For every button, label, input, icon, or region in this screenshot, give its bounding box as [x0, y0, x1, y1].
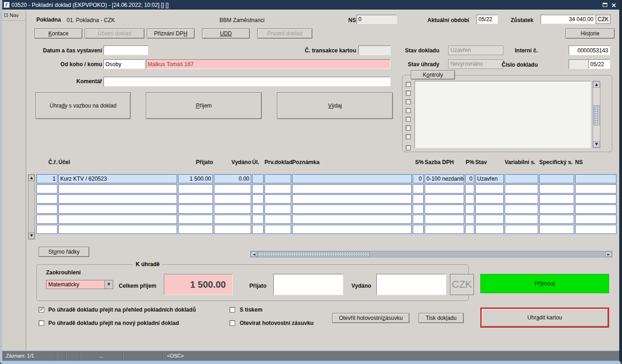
table-cell[interactable] [214, 194, 251, 204]
table-cell[interactable]: 1 500.00 [178, 174, 213, 183]
table-cell[interactable] [465, 215, 474, 224]
table-row[interactable]: 1Kurz KTV / 6205231 500.000.0000-100 nez… [36, 174, 616, 183]
table-cell[interactable] [214, 184, 251, 193]
table-cell[interactable]: 0-100 nezdanite [425, 174, 464, 183]
table-cell[interactable] [214, 215, 251, 224]
doc-number-period-input[interactable] [588, 59, 610, 69]
table-cell[interactable]: Kurz KTV / 620523 [58, 174, 177, 183]
uhrady-vazba-button[interactable]: Úhrady s vazbou na doklad [35, 92, 131, 119]
table-cell[interactable] [475, 215, 504, 224]
table-cell[interactable] [252, 225, 264, 234]
paid-input[interactable] [376, 274, 446, 295]
kontroly-checkbox[interactable] [406, 134, 411, 139]
table-cell[interactable] [214, 225, 251, 234]
table-cell[interactable] [265, 225, 291, 234]
sidebar-item-nav[interactable]: Nav [2, 10, 26, 21]
restore-window-icon[interactable] [603, 3, 607, 7]
doc-number-input[interactable] [569, 59, 589, 69]
period-input[interactable] [477, 15, 498, 24]
table-cell[interactable] [292, 174, 412, 183]
table-cell[interactable] [575, 225, 616, 234]
scroll-left-icon[interactable]: ◄ [251, 251, 257, 257]
table-cell[interactable] [58, 225, 177, 234]
table-cell[interactable] [252, 184, 264, 193]
kontroly-button[interactable]: Kontroly [411, 70, 455, 80]
option-checkbox-zasuvka[interactable] [230, 320, 235, 326]
table-cell[interactable] [36, 205, 58, 214]
table-cell[interactable] [465, 225, 474, 234]
kontroly-checkbox[interactable] [406, 108, 411, 113]
table-cell[interactable] [505, 184, 538, 193]
table-cell[interactable] [539, 225, 574, 234]
table-cell[interactable] [575, 174, 616, 183]
table-cell[interactable] [575, 215, 616, 224]
kontroly-checkbox[interactable] [406, 91, 411, 96]
table-cell[interactable] [505, 225, 538, 234]
table-cell[interactable] [252, 194, 264, 204]
table-cell[interactable] [265, 215, 291, 224]
table-cell[interactable]: 0.00 [214, 174, 251, 183]
table-cell[interactable]: Uzavřen [475, 174, 504, 183]
table-cell[interactable] [252, 174, 264, 183]
table-cell[interactable] [505, 205, 538, 214]
kontace-button[interactable]: Kontace [35, 28, 82, 39]
payer-type-input[interactable] [104, 59, 145, 69]
table-cell[interactable] [505, 194, 538, 204]
close-window-icon[interactable]: × [611, 2, 616, 8]
table-cell[interactable] [575, 194, 616, 204]
option-checkbox-novy[interactable] [39, 320, 44, 326]
table-cell[interactable]: 0 [465, 174, 474, 183]
table-row[interactable] [36, 184, 616, 193]
table-cell[interactable] [265, 194, 291, 204]
table-cell[interactable]: 1 [36, 174, 58, 183]
table-cell[interactable] [292, 225, 412, 234]
payer-name-input[interactable] [146, 59, 391, 69]
table-cell[interactable] [425, 194, 464, 204]
table-cell[interactable] [265, 184, 291, 193]
received-input[interactable] [273, 274, 343, 295]
table-cell[interactable] [178, 194, 213, 204]
table-cell[interactable] [539, 215, 574, 224]
table-cell[interactable] [265, 174, 291, 183]
table-cell[interactable] [465, 184, 474, 193]
table-scrollbar[interactable]: ▲ ▼ [28, 174, 35, 239]
table-cell[interactable] [178, 215, 213, 224]
table-cell[interactable] [252, 215, 264, 224]
table-cell[interactable] [252, 205, 264, 214]
table-cell[interactable] [36, 215, 58, 224]
table-cell[interactable] [178, 184, 213, 193]
option-checkbox-s-tiskem[interactable] [230, 307, 235, 313]
scroll-up-icon[interactable]: ▲ [593, 81, 600, 88]
prijem-button[interactable]: Příjem [146, 92, 262, 119]
kontroly-list[interactable] [415, 81, 591, 148]
table-cell[interactable] [539, 194, 574, 204]
kontroly-scrollbar[interactable]: ▲ ▼ [593, 81, 600, 148]
table-cell[interactable] [575, 205, 616, 214]
table-cell[interactable] [539, 174, 574, 183]
kontroly-checkbox[interactable] [406, 145, 411, 150]
table-row[interactable] [36, 225, 616, 234]
scroll-up-icon[interactable]: ▲ [29, 175, 35, 181]
table-cell[interactable] [292, 215, 412, 224]
priznani-dph-button[interactable]: Přiznání DPH [147, 28, 195, 39]
table-cell[interactable] [36, 184, 58, 193]
table-cell[interactable] [465, 205, 474, 214]
table-cell[interactable] [425, 205, 464, 214]
ns-input[interactable] [357, 15, 397, 24]
table-cell[interactable] [465, 194, 474, 204]
table-cell[interactable] [58, 215, 177, 224]
table-cell[interactable] [265, 205, 291, 214]
rounding-select[interactable]: Matematicky ▼ [46, 280, 113, 289]
table-cell[interactable] [178, 205, 213, 214]
table-cell[interactable] [413, 205, 424, 214]
table-cell[interactable] [58, 194, 177, 204]
scroll-right-icon[interactable]: ► [605, 251, 612, 257]
scrollbar-thumb[interactable] [593, 105, 599, 125]
historie-button[interactable]: Historie [565, 28, 615, 39]
table-cell[interactable] [58, 184, 177, 193]
table-cell[interactable] [36, 225, 58, 234]
table-cell[interactable] [413, 184, 424, 193]
scroll-down-icon[interactable]: ▼ [593, 141, 600, 148]
table-cell[interactable] [214, 205, 251, 214]
issue-date-input[interactable] [104, 46, 148, 55]
